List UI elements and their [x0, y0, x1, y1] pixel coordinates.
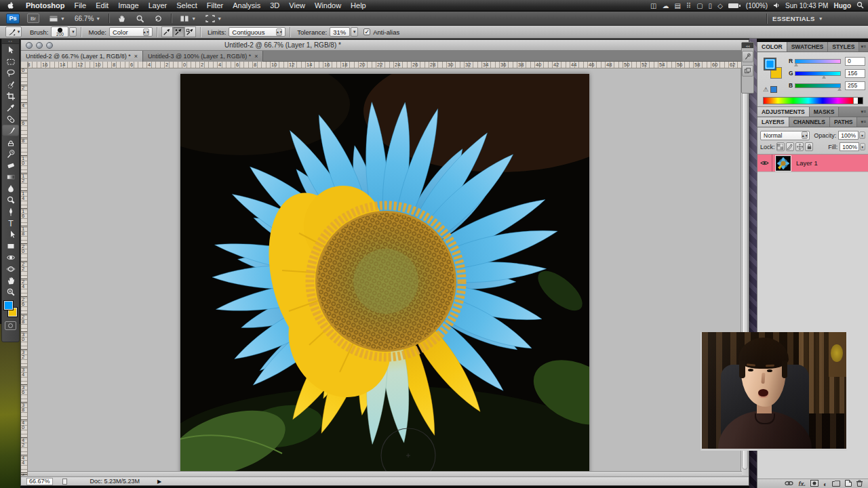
spaces-icon[interactable]: ⠿ — [686, 3, 691, 9]
tool-3d-rotate[interactable] — [2, 251, 19, 263]
tolerance-field[interactable]: 31% — [330, 27, 350, 37]
bridge-button[interactable]: Br — [27, 14, 39, 23]
quick-mask-button[interactable] — [5, 321, 16, 330]
tool-shape[interactable] — [2, 240, 19, 251]
blue-value-field[interactable]: 255 — [845, 81, 865, 90]
gamut-warning[interactable]: ⚠ — [763, 86, 777, 93]
document-tab-2[interactable]: Untitled-3 @ 100% (Layer 1, RGB/8) * × — [143, 51, 263, 62]
volume-icon[interactable] — [773, 2, 780, 10]
red-value-field[interactable]: 0 — [845, 57, 865, 66]
hand-tool-button[interactable] — [115, 14, 128, 24]
clipboard-icon[interactable]: ▯ — [709, 3, 713, 9]
history-panel-icon[interactable] — [742, 51, 753, 62]
tool-clone-stamp[interactable] — [2, 136, 19, 148]
menu-item-select[interactable]: Select — [176, 1, 197, 9]
canvas-pasteboard[interactable] — [28, 68, 742, 475]
brush-picker-arrow[interactable]: ▼ — [69, 27, 77, 37]
apple-menu-icon[interactable] — [7, 1, 14, 10]
menu-item-help[interactable]: Help — [351, 1, 366, 9]
workspace-switcher[interactable]: ESSENTIALS▼ — [766, 14, 829, 24]
selection-icon[interactable]: ▢ — [696, 3, 703, 9]
lock-all-button[interactable] — [805, 142, 813, 151]
lock-pixels-button[interactable] — [786, 142, 794, 151]
blend-mode-select[interactable]: Normal▲▼ — [760, 131, 810, 140]
spotlight-icon[interactable] — [856, 1, 864, 10]
user-name[interactable]: Hugo — [833, 2, 851, 9]
clone-source-panel-icon[interactable] — [742, 65, 753, 77]
tool-path-selection[interactable] — [2, 228, 19, 240]
layer-name[interactable]: Layer 1 — [796, 159, 818, 167]
rotate-view-button[interactable] — [152, 14, 165, 24]
tool-lasso[interactable] — [2, 67, 19, 79]
sampling-continuous-button[interactable] — [161, 26, 173, 37]
tool-3d-orbit[interactable] — [2, 263, 19, 274]
menu-clock[interactable]: Sun 10:43 PM — [785, 2, 828, 9]
canvas-image[interactable] — [180, 74, 589, 475]
minimize-window-button[interactable] — [36, 42, 43, 49]
tool-blur[interactable] — [2, 182, 19, 194]
sampling-once-button[interactable] — [173, 26, 184, 37]
view-extras-button[interactable]: ▼ — [47, 14, 67, 23]
menu-item-analysis[interactable]: Analysis — [233, 1, 260, 9]
sampling-background-button[interactable] — [184, 26, 196, 37]
menu-item-image[interactable]: Image — [118, 1, 139, 9]
tab-close-icon[interactable]: × — [254, 53, 258, 60]
brush-preset-picker[interactable]: 200 — [51, 26, 68, 37]
vertical-ruler[interactable]: 0246810121416182022242628303234363840424… — [21, 68, 28, 476]
cloud-icon[interactable]: ☁ — [662, 3, 669, 9]
adjustment-layer-icon[interactable]: ◐ — [823, 481, 827, 488]
layer-thumbnail[interactable] — [776, 156, 791, 171]
green-value-field[interactable]: 156 — [845, 69, 865, 78]
new-layer-icon[interactable] — [845, 480, 852, 488]
red-slider[interactable] — [795, 59, 841, 64]
tool-hand[interactable] — [2, 274, 19, 286]
dock-expand-grip[interactable]: ◂◂ — [742, 43, 753, 48]
menu-item-file[interactable]: File — [74, 1, 86, 9]
zoom-tool-button[interactable] — [134, 14, 146, 24]
tab-close-icon[interactable]: × — [134, 53, 138, 60]
horizontal-ruler[interactable]: 1816141210864202468101214161820222426283… — [28, 62, 742, 68]
document-tab-1[interactable]: Untitled-2 @ 66.7% (Layer 1, RGB/8) * × — [21, 51, 143, 62]
layer-style-icon[interactable]: fx. — [798, 481, 806, 487]
tab-channels[interactable]: CHANNELS — [789, 117, 830, 127]
zoom-level-button[interactable]: 66.7%▼ — [73, 14, 102, 23]
display-icon[interactable]: ▤ — [674, 3, 680, 9]
tab-swatches[interactable]: SWATCHES — [787, 42, 829, 52]
adjustments-panel-menu-icon[interactable]: ▾≡ — [861, 109, 866, 115]
lock-transparency-button[interactable] — [776, 142, 785, 151]
tool-gradient[interactable] — [2, 171, 19, 182]
mode-select[interactable]: Color ▲▼ — [109, 27, 153, 37]
opacity-field[interactable]: 100% — [838, 131, 859, 140]
tool-type[interactable]: T — [2, 217, 19, 228]
tool-dodge[interactable] — [2, 194, 19, 205]
tool-marquee[interactable] — [2, 56, 19, 67]
antialias-checkbox[interactable]: ✓ — [363, 28, 370, 35]
menu-item-layer[interactable]: Layer — [149, 1, 167, 9]
fill-field[interactable]: 100% — [840, 142, 859, 151]
gamut-closest-color[interactable] — [770, 86, 777, 93]
fill-arrow[interactable]: ▼ — [860, 143, 865, 150]
tool-preset-picker[interactable]: ▾ — [5, 26, 22, 37]
tab-color[interactable]: COLOR — [757, 42, 787, 52]
screen-record-icon[interactable]: ◫ — [650, 3, 656, 9]
status-zoom-field[interactable]: 66.67% — [26, 478, 53, 485]
lock-position-button[interactable] — [795, 142, 804, 151]
tolerance-slider-arrow[interactable]: ▼ — [351, 27, 358, 37]
zoom-window-button[interactable] — [46, 42, 53, 49]
menu-item-window[interactable]: Window — [315, 1, 341, 9]
shape-icon[interactable]: ◇ — [717, 3, 723, 9]
tool-color-replacement-brush[interactable] — [2, 125, 19, 136]
tab-styles[interactable]: STYLES — [828, 42, 859, 52]
blue-slider[interactable] — [795, 83, 841, 88]
tool-zoom[interactable] — [2, 286, 19, 298]
link-layers-icon[interactable] — [785, 481, 793, 487]
menu-item-filter[interactable]: Filter — [207, 1, 223, 9]
menu-item-edit[interactable]: Edit — [96, 1, 108, 9]
tool-healing-brush[interactable] — [2, 113, 19, 125]
battery-icon[interactable] — [728, 3, 741, 8]
layer-row[interactable]: Layer 1 — [757, 155, 868, 172]
close-window-button[interactable] — [26, 42, 33, 49]
tool-move[interactable] — [2, 44, 19, 56]
status-menu-arrow[interactable]: ▶ — [157, 479, 161, 485]
green-slider[interactable] — [795, 71, 841, 76]
